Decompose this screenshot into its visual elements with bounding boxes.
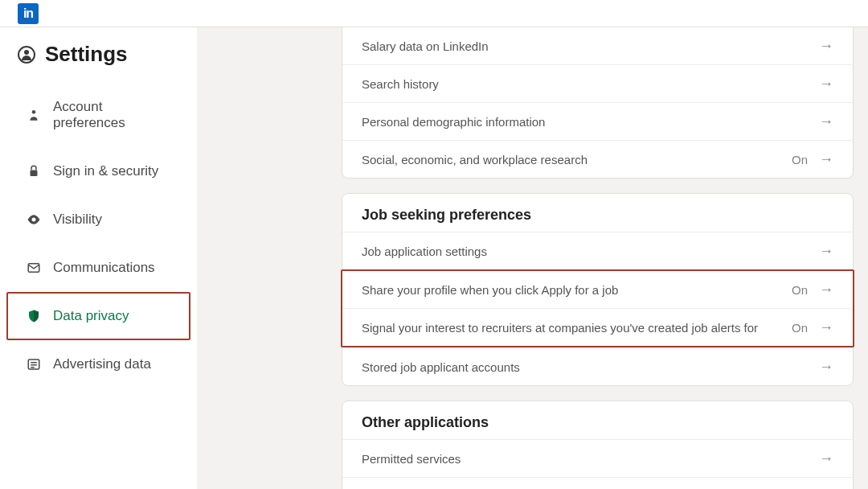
- lock-icon: [26, 163, 42, 179]
- settings-card-other-applications: Other applications Permitted services → …: [342, 401, 854, 489]
- setting-row-share-profile-apply[interactable]: Share your profile when you click Apply …: [342, 271, 853, 308]
- setting-label: Salary data on LinkedIn: [362, 39, 489, 53]
- sidebar-item-data-privacy[interactable]: Data privacy: [6, 292, 190, 340]
- sidebar-item-label: Account preferences: [53, 99, 178, 131]
- settings-avatar-icon: [18, 46, 35, 64]
- sidebar: Settings Account preferences Sign in & s…: [0, 27, 197, 489]
- setting-row-permitted-services[interactable]: Permitted services →: [342, 439, 853, 477]
- setting-row-stored-applicant-accounts[interactable]: Stored job applicant accounts →: [342, 347, 853, 385]
- arrow-right-icon: →: [819, 360, 833, 374]
- setting-label: Job application settings: [362, 244, 487, 258]
- setting-status: On: [792, 283, 808, 297]
- sidebar-item-label: Sign in & security: [53, 163, 158, 179]
- sidebar-item-label: Visibility: [53, 212, 102, 228]
- sidebar-item-account-preferences[interactable]: Account preferences: [6, 83, 190, 147]
- arrow-right-icon: →: [819, 282, 833, 297]
- settings-card-partial: Salary data on LinkedIn → Search history…: [342, 27, 854, 179]
- arrow-right-icon: →: [819, 152, 833, 166]
- setting-row-microsoft-word[interactable]: Microsoft Word On →: [342, 477, 853, 489]
- highlighted-annotation-box: Share your profile when you click Apply …: [341, 269, 854, 347]
- setting-label: Social, economic, and workplace research: [362, 153, 588, 166]
- arrow-right-icon: →: [819, 451, 833, 466]
- newspaper-icon: [26, 356, 42, 372]
- setting-row-signal-interest-recruiters[interactable]: Signal your interest to recruiters at co…: [342, 308, 853, 346]
- page: Settings Account preferences Sign in & s…: [0, 27, 868, 489]
- sidebar-item-advertising-data[interactable]: Advertising data: [6, 340, 190, 388]
- sidebar-item-communications[interactable]: Communications: [6, 244, 190, 292]
- sidebar-item-label: Advertising data: [53, 356, 151, 372]
- page-title: Settings: [45, 42, 128, 67]
- setting-row-search-history[interactable]: Search history →: [342, 64, 853, 102]
- person-icon: [26, 107, 42, 123]
- settings-title-row: Settings: [0, 39, 197, 83]
- section-title-job-seeking: Job seeking preferences: [342, 194, 853, 232]
- setting-status: On: [792, 153, 808, 166]
- settings-card-job-seeking: Job seeking preferences Job application …: [342, 193, 854, 386]
- sidebar-item-label: Data privacy: [53, 308, 129, 324]
- setting-label: Permitted services: [362, 452, 461, 466]
- setting-row-personal-demographic[interactable]: Personal demographic information →: [342, 102, 853, 140]
- linkedin-logo[interactable]: in: [18, 3, 39, 24]
- setting-status: On: [792, 321, 808, 335]
- setting-label: Search history: [362, 77, 439, 91]
- arrow-right-icon: →: [819, 39, 833, 53]
- setting-row-job-application-settings[interactable]: Job application settings →: [342, 232, 853, 269]
- shield-icon: [26, 308, 42, 324]
- setting-label: Stored job applicant accounts: [362, 360, 520, 374]
- arrow-right-icon: →: [819, 244, 833, 258]
- svg-point-0: [32, 110, 36, 114]
- arrow-right-icon: →: [819, 320, 833, 335]
- top-bar: in: [0, 0, 868, 27]
- sidebar-item-label: Communications: [53, 260, 155, 276]
- eye-icon: [26, 212, 42, 228]
- setting-row-social-economic-research[interactable]: Social, economic, and workplace research…: [342, 140, 853, 178]
- arrow-right-icon: →: [819, 76, 833, 91]
- setting-label: Share your profile when you click Apply …: [362, 283, 618, 297]
- svg-rect-1: [31, 171, 38, 177]
- main-content: Salary data on LinkedIn → Search history…: [197, 27, 868, 489]
- setting-label: Personal demographic information: [362, 115, 545, 129]
- arrow-right-icon: →: [819, 114, 833, 129]
- setting-label: Signal your interest to recruiters at co…: [362, 321, 758, 335]
- sidebar-item-visibility[interactable]: Visibility: [6, 195, 190, 244]
- mail-icon: [26, 260, 42, 276]
- sidebar-item-sign-in-security[interactable]: Sign in & security: [6, 147, 190, 195]
- setting-row-salary-data[interactable]: Salary data on LinkedIn →: [342, 27, 853, 64]
- section-title-other-applications: Other applications: [342, 401, 853, 439]
